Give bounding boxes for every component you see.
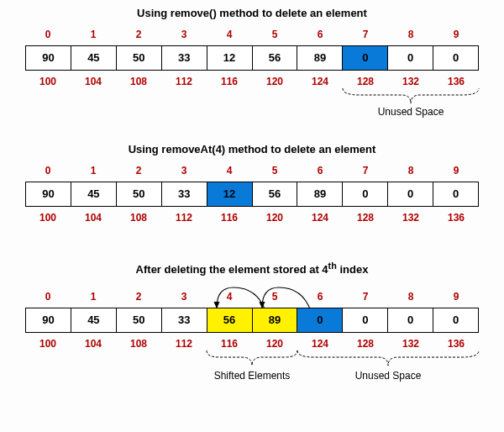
array-cell: 50 (117, 46, 162, 70)
array-cell: 50 (117, 308, 162, 332)
index-cell: 2 (116, 165, 161, 176)
address-row-3: 100 104 108 112 116 120 124 128 132 136 (25, 338, 479, 350)
address-cell: 132 (388, 212, 433, 224)
address-row-1: 100 104 108 112 116 120 124 128 132 136 (25, 76, 479, 87)
brace-shifted (207, 350, 297, 371)
index-cell: 3 (161, 291, 207, 303)
array-cell: 33 (162, 46, 207, 70)
index-cell: 8 (388, 29, 433, 40)
index-cell: 7 (343, 291, 388, 303)
array-cells-1: 90 45 50 33 12 56 89 0 0 0 (25, 45, 479, 71)
array-cell-shifted: 56 (207, 308, 253, 332)
index-cell: 8 (388, 291, 433, 303)
brace-label-unused-3: Unused Space (297, 370, 479, 382)
array-cell: 0 (388, 46, 433, 70)
indices-row-3: 0 1 2 3 4 5 6 7 8 9 (25, 291, 479, 303)
address-cell: 124 (297, 76, 343, 87)
array-cell: 90 (26, 46, 71, 70)
index-cell: 4 (207, 29, 252, 40)
address-cell: 100 (25, 76, 71, 87)
index-cell: 4 (207, 291, 252, 303)
address-cell: 132 (388, 76, 433, 87)
array-cell-highlight: 0 (343, 46, 388, 70)
index-cell: 0 (25, 291, 71, 303)
index-cell: 3 (161, 165, 207, 176)
indices-row-1: 0 1 2 3 4 5 6 7 8 9 (25, 29, 479, 40)
array-cell: 33 (162, 182, 207, 206)
index-cell: 6 (297, 291, 343, 303)
array-cell: 33 (162, 308, 207, 332)
index-cell: 1 (71, 29, 116, 40)
array-cell: 89 (297, 46, 343, 70)
index-cell: 3 (161, 29, 207, 40)
array-cell: 45 (71, 182, 117, 206)
index-cell: 7 (343, 165, 388, 176)
title-removeat: Using removeAt(4) method to delete an el… (0, 143, 504, 155)
index-cell: 2 (116, 291, 161, 303)
address-cell: 100 (25, 212, 71, 224)
title-part: index (337, 263, 369, 276)
title-sup: th (328, 261, 337, 271)
array-cell-highlight: 0 (297, 308, 343, 332)
array-cell: 0 (388, 182, 433, 206)
title-remove: Using remove() method to delete an eleme… (0, 7, 504, 19)
array-cell: 0 (433, 182, 478, 206)
index-cell: 8 (388, 165, 433, 176)
array-cell: 45 (71, 46, 117, 70)
address-cell: 108 (116, 338, 161, 350)
array-cell: 45 (71, 308, 117, 332)
array-cell: 56 (253, 46, 298, 70)
array-cell-shifted: 89 (253, 308, 298, 332)
array-cell: 56 (253, 182, 298, 206)
array-cells-2: 90 45 50 33 12 56 89 0 0 0 (25, 182, 479, 207)
address-cell: 108 (116, 76, 161, 87)
array-cell: 90 (26, 182, 71, 206)
index-cell: 0 (25, 29, 71, 40)
address-cell: 112 (161, 338, 207, 350)
array-cell: 89 (297, 182, 343, 206)
index-cell: 5 (252, 291, 297, 303)
array-cell: 0 (343, 182, 388, 206)
title-after-delete: After deleting the element stored at 4th… (0, 261, 504, 276)
address-cell: 128 (343, 212, 388, 224)
address-cell: 116 (207, 338, 252, 350)
index-cell: 4 (207, 165, 252, 176)
index-cell: 6 (297, 165, 343, 176)
address-cell: 136 (433, 212, 479, 224)
array-cell: 12 (207, 46, 253, 70)
index-cell: 9 (433, 29, 479, 40)
address-cell: 112 (161, 212, 207, 224)
array-cell-highlight: 12 (207, 182, 253, 206)
address-cell: 116 (207, 212, 252, 224)
array-cell: 90 (26, 308, 71, 332)
address-cell: 108 (116, 212, 161, 224)
array-cells-3: 90 45 50 33 56 89 0 0 0 0 (25, 308, 479, 333)
address-cell: 120 (252, 338, 297, 350)
address-cell: 100 (25, 338, 71, 350)
index-cell: 5 (252, 165, 297, 176)
index-cell: 1 (71, 165, 116, 176)
address-cell: 120 (252, 76, 297, 87)
array-cell: 0 (343, 308, 388, 332)
address-cell: 112 (161, 76, 207, 87)
array-cell: 0 (388, 308, 433, 332)
address-cell: 104 (71, 212, 116, 224)
index-cell: 1 (71, 291, 116, 303)
address-cell: 104 (71, 76, 116, 87)
index-cell: 9 (433, 165, 479, 176)
address-cell: 124 (297, 212, 343, 224)
brace-unused-3 (297, 350, 479, 371)
address-cell: 120 (252, 212, 297, 224)
address-cell: 128 (343, 338, 388, 350)
index-cell: 2 (116, 29, 161, 40)
address-cell: 104 (71, 338, 116, 350)
index-cell: 5 (252, 29, 297, 40)
address-cell: 136 (433, 76, 479, 87)
index-cell: 0 (25, 165, 71, 176)
array-cell: 0 (433, 308, 478, 332)
brace-label-unused-1: Unused Space (343, 106, 479, 118)
address-cell: 136 (433, 338, 479, 350)
address-row-2: 100 104 108 112 116 120 124 128 132 136 (25, 212, 479, 224)
address-cell: 116 (207, 76, 252, 87)
index-cell: 9 (433, 291, 479, 303)
